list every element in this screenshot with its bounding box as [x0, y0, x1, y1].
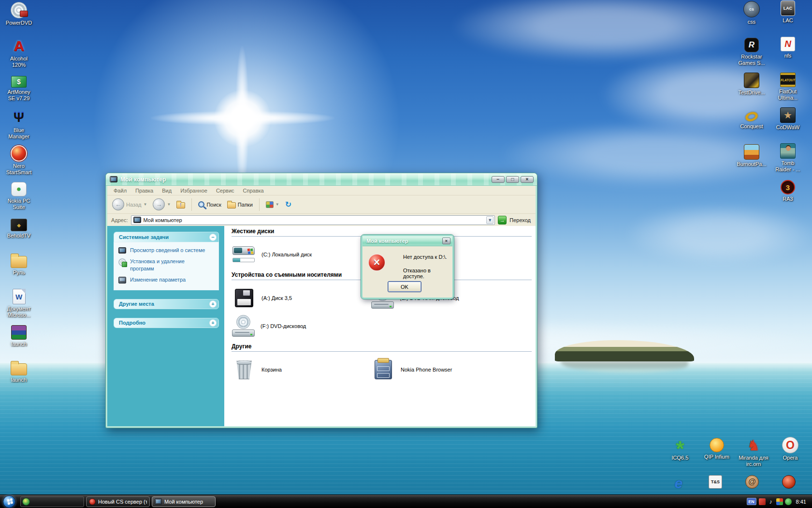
- red-orb-app-icon: [782, 475, 796, 489]
- lac-icon: [781, 0, 795, 16]
- sidebar-panel-title-details: Подробно: [119, 320, 145, 326]
- taskbar: Новый CS сервер (те…Мой компьютер EN 8:4…: [0, 494, 812, 508]
- desktop-icon-lac[interactable]: LAC: [769, 0, 807, 36]
- dialog-titlebar[interactable]: Мой компьютер ×: [362, 236, 452, 246]
- launch-folder-label: launch: [11, 377, 27, 383]
- task-cs-server[interactable]: Новый CS сервер (те…: [86, 496, 150, 507]
- burnout-paradise-icon: [744, 144, 759, 160]
- desktop-icon-opera[interactable]: Opera: [772, 437, 809, 467]
- tray-app-green[interactable]: [785, 498, 792, 505]
- desktop-icon-miranda[interactable]: Miranda для irc.orn: [735, 437, 772, 467]
- sidebar-panel-header-other-places[interactable]: Другие места+: [114, 299, 219, 309]
- search-button[interactable]: Поиск: [196, 200, 223, 209]
- desktop-icon-conquest[interactable]: Conquest: [733, 108, 770, 144]
- menu-view[interactable]: Вид: [158, 187, 176, 194]
- folders-button[interactable]: Папки: [225, 200, 255, 209]
- item-recycle-bin[interactable]: Корзина: [232, 356, 371, 384]
- desktop-icon-launch-archive[interactable]: launch: [0, 324, 38, 360]
- sidebar-panel-header-details[interactable]: Подробно+: [114, 318, 219, 328]
- start-button[interactable]: [3, 495, 15, 508]
- menu-favorites[interactable]: Избранное: [176, 187, 212, 194]
- language-indicator[interactable]: EN: [747, 498, 756, 505]
- desktop-icon-internet-explorer[interactable]: [660, 475, 697, 492]
- desktop-icon-rul-folder[interactable]: Руль: [0, 253, 38, 288]
- desktop-icon-icq[interactable]: ICQ6.5: [662, 437, 698, 467]
- maximize-button[interactable]: □: [506, 176, 519, 183]
- desktop-icon-alcohol-120[interactable]: Alcohol 120%: [0, 38, 38, 74]
- item-nokia-phone-browser[interactable]: Nokia Phone Browser: [371, 356, 532, 384]
- address-combo[interactable]: Мой компьютер ▼: [131, 215, 495, 225]
- launch-archive-label: launch: [11, 341, 27, 347]
- desktop-icon-qip-infium[interactable]: QIP Infium: [698, 437, 735, 467]
- back-button[interactable]: Назад ▼: [110, 197, 149, 211]
- tray-app-color[interactable]: [776, 498, 783, 505]
- minimize-button[interactable]: −: [492, 176, 505, 183]
- refresh-icon: ↻: [285, 200, 291, 209]
- forward-dropdown-icon[interactable]: ▼: [167, 202, 171, 207]
- sidebar-link-add-remove-programs[interactable]: Установка и удаление программ: [118, 258, 216, 272]
- desktop-icon-word-document[interactable]: Документ Microso...: [0, 288, 38, 324]
- desktop-icon-artmoney[interactable]: ArtMoney SE v7.29: [0, 74, 38, 109]
- sidebar-panel-toggle-system-tasks[interactable]: −: [209, 234, 217, 241]
- item-drive-c[interactable]: (C:) Локальный диск: [232, 240, 371, 269]
- menu-help[interactable]: Справка: [239, 187, 268, 194]
- back-dropdown-icon[interactable]: ▼: [144, 202, 147, 207]
- window-titlebar[interactable]: Мой компьютер − □ ×: [106, 173, 537, 186]
- desktop-icon-codwaw[interactable]: CoDWaW: [769, 107, 807, 143]
- desktop-icon-nero-startsmart[interactable]: Nero StartSmart: [0, 145, 38, 181]
- taskbar-clock[interactable]: 8:41: [796, 499, 806, 505]
- desktop-icon-blue-manager[interactable]: Blue Manager: [0, 109, 38, 145]
- go-button[interactable]: →: [498, 216, 507, 224]
- desktop-icon-red-orb-app[interactable]: [770, 475, 807, 492]
- sidebar-link-label-add-remove-programs: Установка и удаление программ: [130, 258, 206, 272]
- sidebar-panel-header-system-tasks[interactable]: Системные задачи−: [114, 232, 219, 242]
- forward-button[interactable]: ▼: [151, 197, 173, 211]
- sidebar-link-system-info[interactable]: Просмотр сведений о системе: [118, 247, 216, 254]
- sidebar-panel-toggle-other-places[interactable]: +: [209, 300, 217, 308]
- desktop-icon-beholdtv[interactable]: BeholdTV: [0, 217, 38, 253]
- nero-startsmart-label: Nero StartSmart: [6, 163, 32, 176]
- blue-manager-icon: [11, 109, 27, 126]
- my-computer-window: Мой компьютер − □ × ФайлПравкаВидИзбранн…: [105, 173, 537, 428]
- desktop-icon-shell-app[interactable]: [734, 475, 770, 492]
- ts-app-icon: [709, 475, 722, 489]
- desktop-icon-flatout-ultimate[interactable]: FlatOut Ultima...: [769, 72, 807, 107]
- search-icon: [198, 201, 204, 208]
- address-bar: Адрес: Мой компьютер ▼ → Переход: [107, 214, 536, 226]
- tray-app-red[interactable]: [759, 498, 766, 505]
- close-button[interactable]: ×: [521, 176, 534, 183]
- item-label-recycle-bin: Корзина: [261, 367, 282, 373]
- quick-launch-antivirus[interactable]: [22, 498, 30, 506]
- desktop-icon-ra3[interactable]: RA3: [769, 179, 807, 215]
- sidebar-link-change-setting[interactable]: Изменение параметра: [118, 276, 216, 284]
- blue-manager-label: Blue Manager: [8, 127, 29, 140]
- desktop-icon-rockstar-games[interactable]: Rockstar Games S...: [733, 37, 770, 73]
- desktop-icon-testdrive[interactable]: TestDrive...: [733, 73, 770, 108]
- menu-tools[interactable]: Сервис: [212, 187, 239, 194]
- sidebar-panel-toggle-details[interactable]: +: [209, 319, 217, 327]
- ok-button[interactable]: OK: [388, 281, 421, 292]
- ra3-icon: [781, 180, 795, 194]
- desktop-icon-nfs[interactable]: nfs: [769, 36, 807, 72]
- address-dropdown-button[interactable]: ▼: [486, 216, 493, 224]
- error-icon: ×: [368, 254, 386, 271]
- desktop-icon-ts-app[interactable]: [697, 475, 734, 492]
- desktop-icon-launch-folder[interactable]: launch: [0, 360, 38, 396]
- drive-f-icon: [232, 315, 256, 337]
- views-button[interactable]: ▼: [264, 200, 281, 209]
- task-my-computer[interactable]: Мой компьютер: [152, 496, 216, 507]
- desktop-icon-tomb-raider[interactable]: Tomb Raider - ...: [769, 143, 807, 179]
- refresh-button[interactable]: ↻: [283, 199, 293, 210]
- up-button[interactable]: ↑: [174, 200, 187, 209]
- menu-edit[interactable]: Правка: [131, 187, 158, 194]
- menu-file[interactable]: Файл: [109, 187, 131, 194]
- desktop-icon-powerdvd[interactable]: PowerDVD: [0, 2, 38, 38]
- tray-volume[interactable]: [768, 498, 774, 505]
- item-drive-f[interactable]: (F:) DVD-дисковод: [232, 312, 371, 340]
- desktop-icon-css[interactable]: css: [733, 1, 770, 37]
- desktop-icon-nokia-pc-suite[interactable]: Nokia PC Suite: [0, 181, 38, 217]
- desktop-icon-burnout-paradise[interactable]: BurnoutPa...: [733, 144, 770, 180]
- dialog-close-button[interactable]: ×: [442, 238, 450, 244]
- item-drive-a[interactable]: (A:) Диск 3,5: [232, 284, 371, 312]
- item-label-drive-c: (C:) Локальный диск: [261, 252, 312, 257]
